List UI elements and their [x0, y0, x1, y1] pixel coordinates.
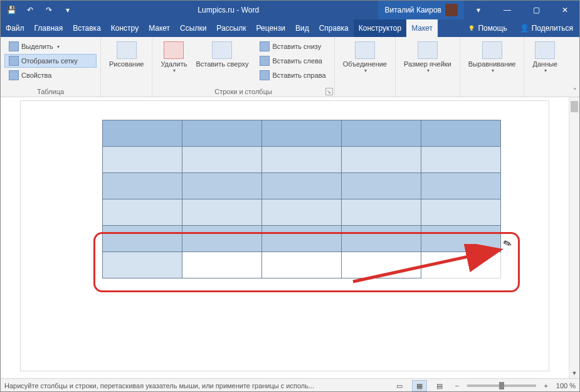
tab-mailings[interactable]: Рассылк: [211, 19, 251, 37]
select-label: Выделить: [21, 43, 53, 50]
window-controls: ▾ — ▢ ✕: [464, 1, 579, 19]
dialog-launcher-icon[interactable]: ↘: [325, 88, 333, 95]
zoom-slider[interactable]: [467, 384, 536, 387]
table-row[interactable]: [103, 199, 501, 226]
vertical-scrollbar[interactable]: ▲ ▼: [569, 97, 579, 378]
redo-button[interactable]: ↷: [41, 2, 57, 18]
chevron-down-icon: ▾: [427, 68, 430, 73]
insert-right-label: Вставить справа: [272, 72, 325, 79]
tab-table-design[interactable]: Конструктор: [354, 19, 406, 37]
insert-left-label: Вставить слева: [272, 57, 322, 65]
scrollbar-thumb[interactable]: [571, 101, 578, 112]
cellsize-button[interactable]: Размер ячейки▾: [399, 40, 456, 75]
zoom-knob[interactable]: [499, 382, 504, 389]
titlebar: 💾 ↶ ↷ ▾ Lumpics.ru - Word Виталий Каиров…: [1, 1, 579, 19]
group-table-label: Таблица: [4, 87, 97, 95]
insert-above-icon: [212, 41, 232, 59]
svg-point-0: [470, 26, 473, 29]
group-cellsize: Размер ячейки▾: [396, 37, 460, 97]
window-title: Lumpics.ru - Word: [78, 6, 378, 14]
maximize-button[interactable]: ▢: [522, 1, 551, 19]
tell-me-button[interactable]: Помощь: [461, 24, 513, 33]
delete-icon: [164, 41, 184, 59]
tab-file[interactable]: Файл: [1, 19, 29, 37]
read-mode-button[interactable]: ▭: [392, 380, 407, 391]
tab-table-layout[interactable]: Макет: [406, 19, 438, 37]
document-table[interactable]: [102, 120, 501, 278]
tab-layout[interactable]: Макет: [144, 19, 175, 37]
share-button[interactable]: 👤 Поделиться: [514, 24, 579, 33]
properties-button[interactable]: Свойства: [4, 68, 97, 82]
user-badge[interactable]: Виталий Каиров: [378, 1, 464, 19]
zoom-in-button[interactable]: +: [541, 382, 551, 389]
avatar: [445, 4, 458, 16]
delete-label: Удалить: [161, 60, 187, 68]
data-button[interactable]: Данные▾: [528, 40, 562, 75]
tab-help[interactable]: Справка: [314, 19, 354, 37]
group-draw: Рисование: [101, 37, 152, 97]
insert-left-button[interactable]: Вставить слева: [255, 54, 330, 68]
alignment-button[interactable]: Выравнивание▾: [464, 40, 520, 75]
table-row[interactable]: [103, 120, 501, 147]
draw-label: Рисование: [109, 60, 144, 68]
page[interactable]: ✎: [21, 101, 549, 371]
cellsize-icon: [418, 41, 438, 59]
ribbon: Выделить▾ Отобразить сетку Свойства Табл…: [1, 37, 579, 97]
group-rowscols-label: Строки и столбцы: [156, 87, 330, 95]
cellsize-label: Размер ячейки: [404, 60, 451, 68]
undo-button[interactable]: ↶: [22, 2, 38, 18]
web-layout-button[interactable]: ▤: [432, 380, 447, 391]
ribbon-display-options[interactable]: ▾: [464, 1, 493, 19]
close-button[interactable]: ✕: [551, 1, 579, 19]
select-button[interactable]: Выделить▾: [4, 40, 97, 53]
quick-access-toolbar: 💾 ↶ ↷ ▾: [1, 2, 78, 18]
tab-insert[interactable]: Вставка: [68, 19, 106, 37]
share-icon: 👤: [520, 24, 529, 33]
tab-references[interactable]: Ссылки: [175, 19, 211, 37]
minimize-button[interactable]: —: [493, 1, 522, 19]
chevron-down-icon: ▾: [492, 68, 494, 73]
insert-above-label: Вставить сверху: [196, 60, 248, 68]
pencil-icon: [117, 41, 137, 59]
group-align: Выравнивание▾: [460, 37, 525, 97]
align-icon: [482, 41, 502, 59]
table-row[interactable]: [103, 173, 501, 199]
delete-button[interactable]: Удалить▾: [156, 40, 191, 82]
save-button[interactable]: 💾: [3, 2, 19, 18]
merge-icon: [355, 41, 375, 59]
gridlines-label: Отобразить сетку: [21, 57, 78, 65]
view-gridlines-button[interactable]: Отобразить сетку: [4, 54, 97, 68]
merge-button[interactable]: Объединение▾: [339, 40, 391, 75]
table-row[interactable]: [103, 226, 501, 252]
properties-label: Свойства: [21, 72, 51, 79]
tab-view[interactable]: Вид: [290, 19, 314, 37]
chevron-down-icon: ▾: [544, 68, 547, 73]
draw-table-button[interactable]: Рисование: [105, 40, 148, 70]
collapse-ribbon-button[interactable]: ˄: [573, 87, 577, 95]
insert-right-button[interactable]: Вставить справа: [255, 68, 330, 82]
properties-icon: [9, 70, 19, 80]
table-row[interactable]: [103, 252, 501, 278]
ribbon-tabs: Файл Главная Вставка Констру Макет Ссылк…: [1, 19, 579, 37]
insert-right-icon: [260, 70, 270, 80]
tab-home[interactable]: Главная: [29, 19, 68, 37]
chevron-down-icon: ▾: [364, 68, 367, 73]
zoom-level[interactable]: 100 %: [556, 382, 576, 389]
insert-below-button[interactable]: Вставить снизу: [255, 40, 330, 53]
align-label: Выравнивание: [468, 60, 516, 68]
insert-above-button[interactable]: Вставить сверху: [191, 40, 253, 82]
scroll-down-icon[interactable]: ▼: [569, 368, 579, 378]
chevron-down-icon: ▾: [173, 68, 176, 73]
insert-below-icon: [260, 41, 270, 51]
group-merge: Объединение▾: [335, 37, 396, 97]
share-label: Поделиться: [532, 24, 573, 33]
zoom-out-button[interactable]: −: [452, 382, 462, 389]
tab-review[interactable]: Рецензи: [251, 19, 290, 37]
svg-rect-1: [471, 29, 473, 31]
merge-label: Объединение: [343, 60, 387, 68]
insert-below-label: Вставить снизу: [272, 43, 321, 50]
tab-design[interactable]: Констру: [106, 19, 144, 37]
print-layout-button[interactable]: ▦: [412, 380, 427, 391]
table-row[interactable]: [103, 147, 501, 173]
qat-customize[interactable]: ▾: [60, 2, 76, 18]
